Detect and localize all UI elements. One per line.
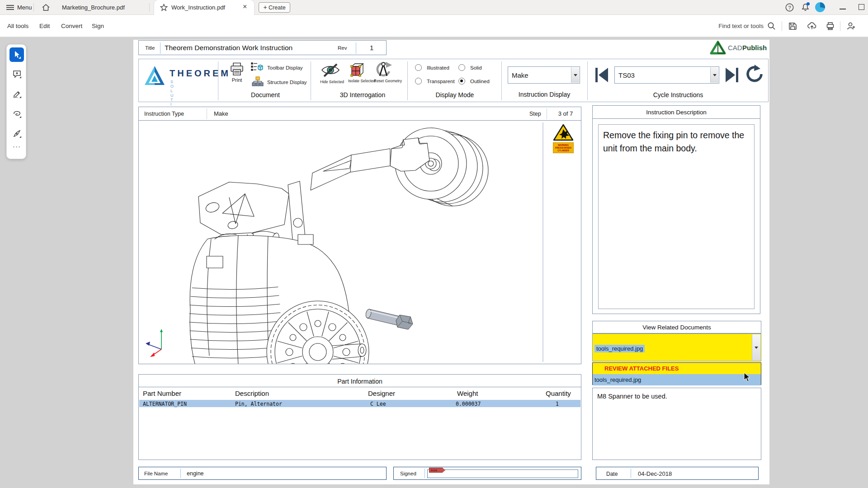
cell-designer: C Lee — [370, 401, 386, 407]
date-label: Date — [606, 471, 618, 477]
search-icon[interactable] — [767, 22, 776, 30]
combo-dropdown-button[interactable] — [571, 67, 579, 83]
radio-illustrated[interactable] — [415, 64, 422, 71]
instruction-display-combo[interactable]: Make — [508, 66, 580, 84]
divider — [425, 469, 425, 478]
print-button[interactable]: Print — [229, 62, 245, 83]
divider — [33, 3, 34, 12]
reset-geometry-button[interactable]: Reset Geometry — [374, 61, 394, 83]
toolbar-display-button[interactable] — [251, 62, 264, 73]
menu-button[interactable]: Menu — [17, 0, 32, 15]
lasso-tool[interactable] — [9, 106, 24, 121]
viewer-header: Instruction Type Make Step 3 of 7 — [139, 107, 581, 121]
divider — [587, 61, 588, 100]
help-icon[interactable]: ? — [785, 3, 794, 12]
dropdown-item-tools-required[interactable]: tools_required.jpg — [593, 374, 761, 385]
more-tools-button[interactable]: ··· — [7, 142, 27, 150]
warning-sign: WARNING PRESSURISED CYLINDER — [553, 123, 574, 153]
tab-label: Work_Instruction.pdf — [171, 0, 225, 15]
cycle-instructions-combo[interactable]: TS03 — [614, 66, 719, 84]
divider — [407, 61, 408, 100]
select-tool[interactable] — [9, 47, 24, 62]
file-name-value[interactable]: engine — [187, 470, 204, 477]
instruction-type-label: Instruction Type — [144, 111, 184, 117]
avatar[interactable] — [815, 2, 825, 12]
combo-dropdown-button[interactable] — [752, 334, 760, 361]
divider — [218, 61, 218, 100]
fixing-pin — [365, 309, 413, 329]
radio-solid[interactable] — [458, 64, 465, 71]
minimize-button[interactable] — [840, 9, 846, 9]
save-icon[interactable] — [788, 21, 797, 31]
radio-solid-label[interactable]: Solid — [470, 65, 482, 70]
dropdown-item-review[interactable]: REVIEW ATTACHED FILES — [593, 363, 761, 374]
3d-viewport[interactable]: WARNING PRESSURISED CYLINDER — [139, 121, 581, 364]
mouse-cursor — [744, 372, 751, 382]
notification-dot — [807, 2, 810, 5]
isolate-selected-button[interactable]: Isolate Selected — [348, 62, 366, 83]
radio-illustrated-label[interactable]: Illustrated — [427, 65, 449, 70]
tab-marketing-brochure[interactable]: Marketing_Brochure.pdf — [62, 0, 125, 15]
next-instruction-button[interactable] — [725, 66, 739, 84]
previous-instruction-button[interactable] — [594, 66, 609, 84]
signature-tag-icon[interactable]: SIGN — [429, 468, 445, 473]
print-icon[interactable] — [826, 21, 835, 31]
toolbar-display-label[interactable]: Toolbar Display — [267, 65, 303, 70]
structure-display-label[interactable]: Structure Display — [267, 80, 307, 85]
draw-pencil-tool[interactable] — [9, 86, 24, 101]
instruction-description-text: Remove the fixing pin to remove the unit… — [599, 125, 754, 159]
menu-convert[interactable]: Convert — [61, 15, 82, 37]
related-notes-field[interactable]: M8 Spanner to be used. — [592, 388, 761, 460]
radio-outlined[interactable] — [458, 78, 465, 84]
display-mode-section-label: Display Mode — [423, 91, 486, 99]
share-upload-icon[interactable] — [807, 21, 817, 31]
menu-sign[interactable]: Sign — [92, 15, 104, 37]
menu-edit[interactable]: Edit — [39, 15, 50, 37]
tab-work-instruction[interactable]: Work_Instruction.pdf × — [154, 0, 254, 15]
title-value[interactable]: Theorem Demonstration Work Instruction — [165, 44, 292, 52]
col-description: Description — [235, 389, 269, 397]
table-row[interactable]: ALTERNATOR_PIN Pin, Alternator C Lee 0.0… — [139, 400, 580, 407]
add-people-icon[interactable] — [846, 21, 856, 31]
divider — [139, 387, 581, 387]
related-documents-combo[interactable]: tools_required.jpg — [592, 333, 761, 361]
rev-value[interactable]: 1 — [363, 44, 381, 52]
radio-transparent-label[interactable]: Transparent — [427, 79, 455, 84]
part-information-title: Part Information — [139, 378, 581, 385]
quick-tools-dock: ··· — [6, 44, 26, 159]
close-tab-icon[interactable]: × — [243, 3, 247, 11]
combo-dropdown-button[interactable] — [710, 67, 718, 83]
home-icon[interactable] — [42, 4, 50, 11]
maximize-button[interactable] — [859, 4, 864, 10]
file-name-field: File Name engine — [138, 467, 387, 480]
create-button[interactable]: + Create — [259, 2, 290, 13]
radio-outlined-label[interactable]: Outlined — [470, 79, 490, 84]
hide-selected-button[interactable]: Hide Selected — [321, 63, 341, 84]
divider — [547, 108, 547, 119]
cycle-section-label: Cycle Instructions — [637, 91, 719, 99]
structure-display-button[interactable] — [252, 76, 264, 87]
instruction-description-title: Instruction Description — [593, 109, 760, 116]
warning-caption: WARNING PRESSURISED CYLINDER — [553, 142, 574, 153]
notifications-bell-icon[interactable] — [801, 3, 810, 12]
menubar: All tools Edit Convert Sign Find text or… — [0, 15, 868, 37]
alternator-3d-model — [139, 121, 581, 364]
comment-tool[interactable] — [9, 66, 24, 81]
hamburger-menu-icon[interactable] — [6, 5, 14, 10]
signature-input[interactable] — [427, 469, 578, 478]
menu-all-tools[interactable]: All tools — [7, 15, 28, 37]
divider — [311, 61, 311, 100]
find-text-label[interactable]: Find text or tools — [713, 15, 764, 37]
instruction-description-field[interactable]: Remove the fixing pin to remove the unit… — [598, 124, 755, 309]
date-value[interactable]: 04-Dec-2018 — [638, 470, 672, 477]
cell-description: Pin, Alternator — [235, 401, 282, 407]
star-icon[interactable] — [160, 4, 168, 11]
reset-cycle-button[interactable] — [744, 65, 764, 84]
col-weight: Weight — [457, 389, 478, 397]
sign-pen-tool[interactable] — [9, 126, 24, 141]
print-label: Print — [229, 77, 245, 83]
svg-text:?: ? — [788, 5, 791, 10]
radio-transparent[interactable] — [415, 78, 422, 84]
signed-label: Signed — [400, 471, 416, 476]
related-documents-title: View Related Documents — [593, 324, 761, 331]
